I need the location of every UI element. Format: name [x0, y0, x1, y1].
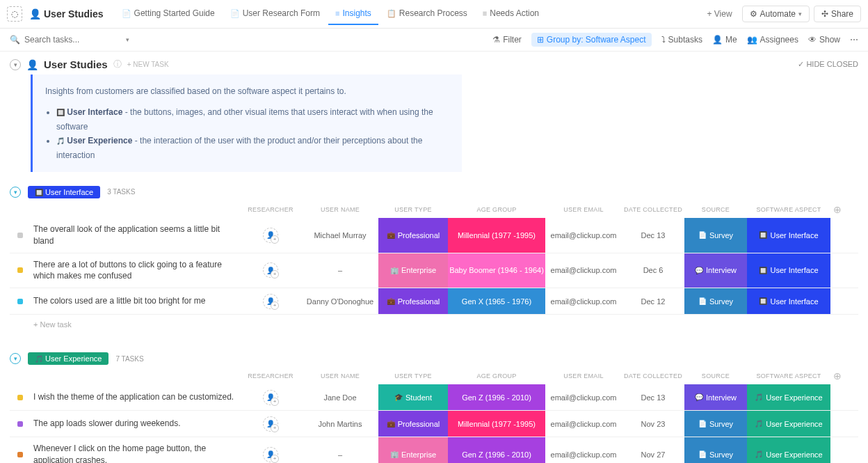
info-icon[interactable]: ⓘ — [113, 58, 122, 70]
researcher-avatar[interactable]: 👤 — [263, 262, 278, 278]
cell-user-type[interactable]: 🏢Enterprise — [378, 437, 448, 463]
cell-date[interactable]: Dec 13 — [622, 218, 684, 253]
assignees-button[interactable]: 👥Assignees — [747, 35, 798, 45]
task-name[interactable]: There are a lot of buttons to click goin… — [31, 253, 239, 288]
cell-age-group[interactable]: Millennial (1977 -1995) — [448, 411, 545, 437]
col-age-group[interactable]: AGE GROUP — [448, 372, 545, 379]
cell-date[interactable]: Dec 12 — [622, 288, 684, 314]
col-aspect[interactable]: SOFTWARE ASPECT — [747, 206, 830, 213]
tab-getting-started-guide[interactable]: 📄Getting Started Guide — [115, 3, 222, 25]
cell-date[interactable]: Dec 6 — [622, 253, 684, 288]
cell-user-type[interactable]: 💼Professional — [378, 411, 448, 437]
cell-source[interactable]: 💬Interview — [684, 253, 747, 288]
col-user-name[interactable]: USER NAME — [302, 206, 378, 213]
col-user-type[interactable]: USER TYPE — [378, 206, 448, 213]
task-name[interactable]: Whenever I click on the home page button… — [31, 437, 239, 463]
task-name[interactable]: The overall look of the application seem… — [31, 218, 239, 253]
col-source[interactable]: SOURCE — [684, 372, 747, 379]
cell-age-group[interactable]: Gen X (1965 - 1976) — [448, 288, 545, 314]
cell-aspect[interactable]: 🔲User Interface — [747, 253, 830, 288]
task-name[interactable]: I wish the theme of the application can … — [31, 384, 239, 410]
cell-user-type[interactable]: 🏢Enterprise — [378, 253, 448, 288]
cell-user-name[interactable]: Michael Murray — [302, 218, 378, 253]
cell-age-group[interactable]: Millennial (1977 -1995) — [448, 218, 545, 253]
cell-age-group[interactable]: Gen Z (1996 - 2010) — [448, 437, 545, 463]
cell-user-name[interactable]: – — [302, 437, 378, 463]
add-view-button[interactable]: + View — [700, 5, 739, 23]
cell-aspect[interactable]: 🎵User Experience — [747, 437, 830, 463]
cell-user-name[interactable]: Danny O'Donoghue — [302, 288, 378, 314]
more-button[interactable]: ⋯ — [850, 35, 858, 45]
hide-closed-button[interactable]: ✓ HIDE CLOSED — [798, 60, 858, 69]
cell-date[interactable]: Nov 23 — [622, 411, 684, 437]
cell-age-group[interactable]: Baby Boomer (1946 - 1964) — [448, 253, 545, 288]
tab-user-research-form[interactable]: 📄User Research Form — [223, 3, 327, 25]
tab-insights[interactable]: ≡Insights — [328, 3, 378, 25]
researcher-avatar[interactable]: 👤 — [263, 416, 278, 432]
group-by-button[interactable]: ⊞Group by: Software Aspect — [531, 33, 652, 47]
cell-user-type[interactable]: 💼Professional — [378, 288, 448, 314]
researcher-avatar[interactable]: 👤 — [263, 447, 278, 462]
cell-user-email[interactable]: email@clickup.com — [545, 384, 622, 410]
cell-user-email[interactable]: email@clickup.com — [545, 218, 622, 253]
col-researcher[interactable]: RESEARCHER — [239, 372, 302, 379]
col-user-name[interactable]: USER NAME — [302, 372, 378, 379]
task-name[interactable]: The colors used are a little bit too bri… — [31, 288, 239, 314]
new-task-header-button[interactable]: + NEW TASK — [127, 61, 169, 68]
cell-source[interactable]: 📄Survey — [684, 411, 747, 437]
col-age-group[interactable]: AGE GROUP — [448, 206, 545, 213]
col-user-type[interactable]: USER TYPE — [378, 372, 448, 379]
status-dot[interactable] — [17, 452, 23, 457]
status-dot[interactable] — [17, 299, 23, 304]
share-button[interactable]: ✣Share — [814, 6, 861, 22]
cell-source[interactable]: 💬Interview — [684, 384, 747, 410]
researcher-avatar[interactable]: 👤 — [263, 228, 278, 243]
cell-date[interactable]: Dec 13 — [622, 384, 684, 410]
cell-source[interactable]: 📄Survey — [684, 288, 747, 314]
group-toggle[interactable]: ▾ — [10, 353, 21, 364]
task-name[interactable]: The app loads slower during weekends. — [31, 411, 239, 437]
filter-button[interactable]: ⚗Filter — [492, 35, 522, 45]
cell-date[interactable]: Nov 27 — [622, 437, 684, 463]
me-button[interactable]: 👤Me — [712, 35, 737, 45]
status-dot[interactable] — [17, 421, 23, 427]
table-row[interactable]: Whenever I click on the home page button… — [10, 437, 858, 463]
tab-needs-action[interactable]: ≡Needs Action — [476, 3, 546, 25]
table-row[interactable]: The overall look of the application seem… — [10, 218, 858, 253]
col-researcher[interactable]: RESEARCHER — [239, 206, 302, 213]
tab-research-process[interactable]: 📋Research Process — [380, 3, 474, 25]
group-pill[interactable]: 🎵 User Experience — [28, 352, 108, 365]
cell-user-name[interactable]: John Martins — [302, 411, 378, 437]
search-input[interactable] — [24, 35, 122, 45]
col-date[interactable]: DATE COLLECTED — [622, 372, 684, 379]
cell-user-name[interactable]: Jane Doe — [302, 384, 378, 410]
collapse-icon[interactable]: ▾ — [10, 59, 21, 70]
app-logo-icon[interactable]: ◌ — [7, 6, 22, 22]
cell-user-type[interactable]: 💼Professional — [378, 218, 448, 253]
table-row[interactable]: The colors used are a little bit too bri… — [10, 288, 858, 315]
show-button[interactable]: 👁Show — [808, 35, 840, 45]
cell-aspect[interactable]: 🔲User Interface — [747, 288, 830, 314]
add-column-button[interactable]: ⊕ — [830, 204, 844, 215]
cell-source[interactable]: 📄Survey — [684, 437, 747, 463]
search-chevron-icon[interactable]: ▾ — [126, 36, 129, 43]
cell-user-email[interactable]: email@clickup.com — [545, 437, 622, 463]
cell-aspect[interactable]: 🔲User Interface — [747, 218, 830, 253]
cell-age-group[interactable]: Gen Z (1996 - 2010) — [448, 384, 545, 410]
group-pill[interactable]: 🔲 User Interface — [28, 186, 100, 198]
table-row[interactable]: The app loads slower during weekends. 👤 … — [10, 411, 858, 437]
col-user-email[interactable]: USER EMAIL — [545, 372, 622, 379]
col-date[interactable]: DATE COLLECTED — [622, 206, 684, 213]
cell-source[interactable]: 📄Survey — [684, 218, 747, 253]
new-task-button[interactable]: + New task — [10, 315, 858, 334]
col-source[interactable]: SOURCE — [684, 206, 747, 213]
cell-user-email[interactable]: email@clickup.com — [545, 253, 622, 288]
table-row[interactable]: There are a lot of buttons to click goin… — [10, 253, 858, 289]
workspace-title[interactable]: User Studies — [44, 8, 104, 19]
cell-aspect[interactable]: 🎵User Experience — [747, 384, 830, 410]
cell-user-type[interactable]: 🎓Student — [378, 384, 448, 410]
group-toggle[interactable]: ▾ — [10, 187, 21, 198]
cell-user-email[interactable]: email@clickup.com — [545, 288, 622, 314]
status-dot[interactable] — [17, 395, 23, 400]
automate-button[interactable]: ⚙Automate▾ — [742, 6, 810, 22]
